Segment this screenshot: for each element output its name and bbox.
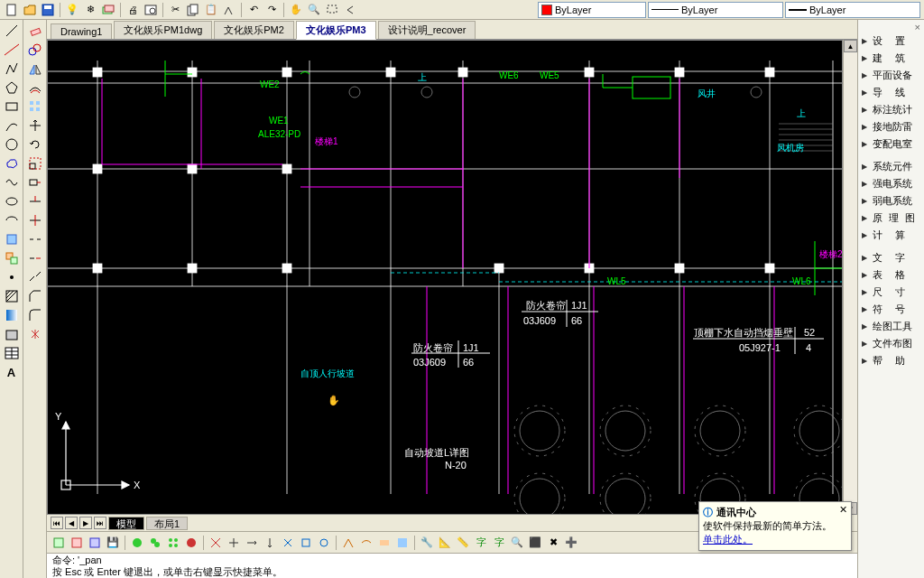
pline-icon[interactable] <box>3 60 21 78</box>
paste-icon[interactable]: 📋 <box>203 2 219 18</box>
btool-7-icon[interactable] <box>165 535 181 551</box>
btool-27-icon[interactable]: ✖ <box>545 535 561 551</box>
drawing-tab-4[interactable]: 设计说明_recover <box>378 21 476 39</box>
gradient-icon[interactable] <box>3 306 21 324</box>
new-icon[interactable] <box>4 2 20 18</box>
right-panel-item-6[interactable]: ▶变配电室 <box>858 135 924 153</box>
lightbulb-icon[interactable]: 💡 <box>64 2 80 18</box>
btool-15-icon[interactable] <box>316 535 332 551</box>
layout1-tab[interactable]: 布局1 <box>146 517 188 530</box>
region-icon[interactable] <box>3 325 21 343</box>
extend-icon[interactable] <box>26 211 44 229</box>
ellipse-arc-icon[interactable] <box>3 211 21 229</box>
right-panel-item-5[interactable]: ▶接地防雷 <box>858 118 924 135</box>
right-panel-item-1[interactable]: ▶建筑 <box>858 50 924 67</box>
stretch-icon[interactable] <box>26 173 44 191</box>
right-panel-item-8[interactable]: ▶强电系统 <box>858 175 924 192</box>
tab-nav-next-icon[interactable]: ▶ <box>79 517 92 529</box>
save-icon[interactable] <box>40 2 56 18</box>
match-icon[interactable] <box>221 2 237 18</box>
scale-icon[interactable] <box>26 154 44 172</box>
btool-9-icon[interactable] <box>208 535 224 551</box>
btool-18-icon[interactable] <box>376 535 393 551</box>
print-icon[interactable]: 🖨 <box>125 2 141 18</box>
notif-close-icon[interactable]: ✕ <box>839 504 847 516</box>
erase-icon[interactable] <box>26 22 44 40</box>
redo-icon[interactable]: ↷ <box>263 2 280 18</box>
line-icon[interactable] <box>3 22 21 40</box>
drawing-tab-1[interactable]: 文化娱乐PM1dwg <box>114 21 212 39</box>
notif-link[interactable]: 单击此处。 <box>703 534 753 545</box>
model-tab[interactable]: 模型 <box>108 517 144 530</box>
cut-icon[interactable]: ✂ <box>167 2 183 18</box>
btool-13-icon[interactable] <box>280 535 296 551</box>
zoom-prev-icon[interactable] <box>342 2 358 18</box>
drawing-tab-2[interactable]: 文化娱乐PM2 <box>214 21 294 39</box>
btool-20-icon[interactable]: 🔧 <box>419 535 435 551</box>
right-panel-item-0[interactable]: ▶设置 <box>858 33 924 50</box>
break2-icon[interactable] <box>26 249 44 267</box>
insert-icon[interactable] <box>3 230 21 248</box>
btool-5-icon[interactable] <box>129 535 145 551</box>
revcloud-icon[interactable] <box>3 154 21 172</box>
btool-25-icon[interactable]: 🔍 <box>509 535 525 551</box>
drawing-canvas[interactable]: Y X ✋ WE2 WE1 WE6 WE5 ALE32-PD 楼梯1 楼梯2 风… <box>47 40 843 515</box>
block-icon[interactable] <box>3 249 21 267</box>
btool-28-icon[interactable]: ➕ <box>563 535 579 551</box>
right-panel-item-17[interactable]: ▶文件布图 <box>858 335 924 352</box>
xline-icon[interactable] <box>3 41 21 59</box>
right-panel-item-10[interactable]: ▶原理图 <box>858 210 924 227</box>
zoom-icon[interactable]: 🔍 <box>306 2 322 18</box>
pan-icon[interactable]: ✋ <box>288 2 304 18</box>
layer-icon[interactable] <box>100 2 116 18</box>
btool-26-icon[interactable]: ⬛ <box>527 535 543 551</box>
right-panel-item-3[interactable]: ▶导线 <box>858 84 924 101</box>
mtext-icon[interactable]: A <box>3 363 21 381</box>
spline-icon[interactable] <box>3 173 21 191</box>
drawing-tab-3[interactable]: 文化娱乐PM3 <box>296 21 376 40</box>
circle-icon[interactable] <box>3 135 21 154</box>
btool-14-icon[interactable] <box>298 535 314 551</box>
tab-nav-last-icon[interactable]: ⏭ <box>94 517 106 529</box>
btool-6-icon[interactable] <box>147 535 163 551</box>
btool-3-icon[interactable] <box>87 535 103 551</box>
zoom-window-icon[interactable] <box>324 2 340 18</box>
explode-icon[interactable] <box>26 325 44 343</box>
right-panel-item-4[interactable]: ▶标注统计 <box>858 101 924 118</box>
right-panel-item-16[interactable]: ▶绘图工具 <box>858 318 924 335</box>
right-panel-item-18[interactable]: ▶帮助 <box>858 352 924 369</box>
copy-obj-icon[interactable] <box>26 41 44 59</box>
move-icon[interactable] <box>26 117 44 135</box>
tab-nav-first-icon[interactable]: ⏮ <box>51 517 63 529</box>
scroll-up-icon[interactable]: ▲ <box>844 40 857 52</box>
linetype-combo[interactable]: ByLayer <box>648 2 783 18</box>
btool-12-icon[interactable] <box>262 535 278 551</box>
command-line[interactable]: 命令: '_pan 按 Esc 或 Enter 键退出，或单击右键显示快捷菜单。 <box>47 553 857 578</box>
panel-close-icon[interactable]: × <box>858 22 924 33</box>
right-panel-item-15[interactable]: ▶符号 <box>858 301 924 318</box>
trim-icon[interactable] <box>26 192 44 210</box>
lineweight-combo[interactable]: ByLayer <box>785 2 920 18</box>
btool-23-icon[interactable]: 字 <box>473 535 489 551</box>
open-icon[interactable] <box>22 2 38 18</box>
chamfer-icon[interactable] <box>26 287 44 305</box>
btool-19-icon[interactable] <box>394 535 411 551</box>
right-panel-item-11[interactable]: ▶计算 <box>858 227 924 244</box>
hatch-icon[interactable] <box>3 287 21 305</box>
rotate-icon[interactable] <box>26 135 44 154</box>
tab-nav-prev-icon[interactable]: ◀ <box>65 517 78 529</box>
color-combo[interactable]: ByLayer <box>538 2 646 18</box>
join-icon[interactable] <box>26 268 44 286</box>
vertical-scrollbar[interactable]: ▲ ▼ <box>843 40 857 515</box>
table-icon[interactable] <box>3 344 21 362</box>
btool-16-icon[interactable] <box>340 535 356 551</box>
array-icon[interactable] <box>26 98 44 116</box>
copy-icon[interactable] <box>185 2 201 18</box>
btool-22-icon[interactable]: 📏 <box>455 535 471 551</box>
right-panel-item-9[interactable]: ▶弱电系统 <box>858 192 924 210</box>
polygon-icon[interactable] <box>3 79 21 97</box>
btool-21-icon[interactable]: 📐 <box>437 535 453 551</box>
btool-17-icon[interactable] <box>358 535 374 551</box>
rectangle-icon[interactable] <box>3 98 21 116</box>
right-panel-item-2[interactable]: ▶平面设备 <box>858 67 924 84</box>
